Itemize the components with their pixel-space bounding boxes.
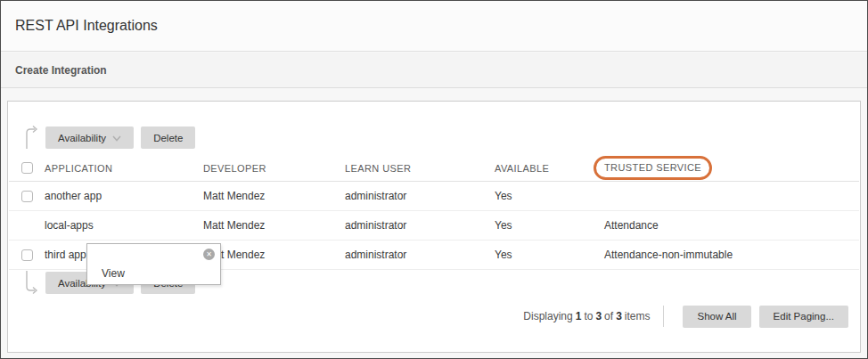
menu-item-view[interactable]: View: [102, 267, 125, 280]
action-bar-top: Availability Delete: [20, 125, 195, 153]
close-icon[interactable]: ✕: [203, 249, 215, 260]
chevron-down-icon: [112, 133, 121, 143]
column-header-application[interactable]: APPLICATION: [45, 163, 203, 174]
title-bar: REST API Integrations: [1, 1, 867, 52]
availability-button[interactable]: Availability: [45, 126, 134, 149]
cell-trusted-service: Attendance-non-immutable: [604, 249, 859, 261]
edit-paging-button[interactable]: Edit Paging...: [759, 306, 848, 328]
pagination-bar: Displaying1to3of3items Show All Edit Pag…: [523, 305, 848, 328]
integrations-panel: Availability Delete APPLICATION DEVELOPE…: [7, 101, 861, 353]
cell-learn-user: administrator: [345, 249, 495, 261]
show-all-button[interactable]: Show All: [683, 306, 750, 328]
create-integration-button[interactable]: Create Integration: [15, 64, 107, 77]
table-row: local-apps Matt Mendez administrator Yes…: [9, 211, 859, 241]
table-row: another app Matt Mendez administrator Ye…: [9, 182, 859, 211]
cell-available: Yes: [495, 190, 604, 202]
cell-learn-user: administrator: [345, 219, 495, 232]
trusted-service-highlight-annotation: TRUSTED SERVICE: [594, 156, 712, 180]
arrow-up-right-icon: [23, 125, 41, 153]
cell-available: Yes: [495, 249, 604, 261]
toolbar: Create Integration: [1, 53, 867, 88]
select-all-checkbox[interactable]: [21, 162, 33, 174]
row-checkbox[interactable]: [21, 191, 33, 202]
context-menu: ✕ View: [86, 243, 221, 285]
row-checkbox[interactable]: [21, 249, 33, 261]
cell-learn-user: administrator: [345, 190, 495, 202]
table-header-row: APPLICATION DEVELOPER LEARN USER AVAILAB…: [9, 155, 859, 182]
cell-trusted-service: Attendance: [604, 219, 859, 232]
rest-api-integrations-page: REST API Integrations Create Integration…: [0, 0, 868, 359]
column-header-available[interactable]: AVAILABLE: [495, 163, 604, 174]
cell-developer: Matt Mendez: [203, 190, 345, 202]
cell-developer: Matt Mendez: [203, 249, 345, 261]
cell-application[interactable]: local-apps: [45, 219, 203, 232]
cell-available: Yes: [495, 219, 604, 232]
page-title: REST API Integrations: [15, 18, 158, 34]
cell-developer: Matt Mendez: [203, 219, 345, 232]
column-header-developer[interactable]: DEVELOPER: [203, 163, 345, 174]
pagination-status: Displaying1to3of3items: [523, 310, 652, 322]
delete-button-label: Delete: [153, 133, 183, 143]
column-header-learn-user[interactable]: LEARN USER: [345, 163, 495, 174]
availability-button-label: Availability: [58, 133, 106, 143]
divider: [663, 306, 664, 327]
arrow-down-right-icon: [23, 270, 41, 298]
delete-button[interactable]: Delete: [141, 126, 195, 149]
cell-application[interactable]: another app: [45, 190, 203, 202]
column-header-trusted-service[interactable]: TRUSTED SERVICE: [604, 162, 701, 173]
